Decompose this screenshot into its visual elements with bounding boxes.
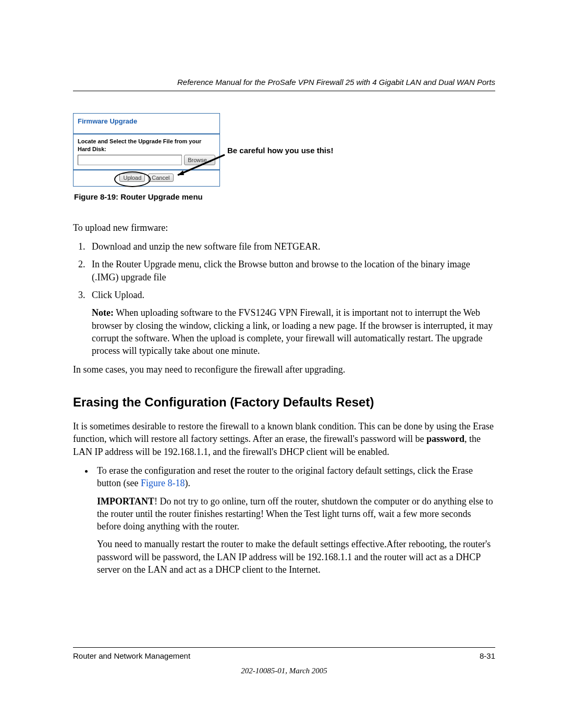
callout-text: Be careful how you use this! bbox=[227, 145, 333, 156]
after-steps-text: In some cases, you may need to reconfigu… bbox=[73, 363, 495, 376]
bullet-restart-para: You need to manually restart the router … bbox=[97, 538, 495, 576]
footer-right: 8-31 bbox=[480, 651, 495, 661]
cancel-button[interactable]: Cancel bbox=[148, 174, 173, 182]
bullet-1: To erase the configuration and reset the… bbox=[94, 464, 495, 576]
steps-list: Download and unzip the new software file… bbox=[73, 240, 495, 357]
step-3: Click Upload. Note: When uploading softw… bbox=[88, 289, 495, 357]
step-1-text: Download and unzip the new software file… bbox=[92, 241, 320, 252]
bullet-list: To erase the configuration and reset the… bbox=[73, 464, 495, 576]
section-intro: It is sometimes desirable to restore the… bbox=[73, 420, 495, 458]
bullet-important: IMPORTANT! Do not try to go online, turn… bbox=[97, 495, 495, 533]
footer-sub: 202-10085-01, March 2005 bbox=[73, 665, 495, 676]
important-label: IMPORTANT bbox=[97, 496, 154, 507]
figure-caption: Figure 8-19: Router Upgrade menu bbox=[74, 192, 495, 202]
step-3-text: Click Upload. bbox=[92, 290, 144, 300]
firmware-upgrade-screenshot: Firmware Upgrade Locate and Select the U… bbox=[73, 113, 220, 187]
bullet-1-end: ). bbox=[185, 478, 190, 488]
file-path-input[interactable] bbox=[78, 155, 182, 165]
section-heading: Erasing the Configuration (Factory Defau… bbox=[73, 394, 495, 411]
important-body: ! Do not try to go online, turn off the … bbox=[97, 496, 493, 532]
intro-text: To upload new firmware: bbox=[73, 221, 495, 234]
upload-button[interactable]: Upload bbox=[119, 174, 145, 182]
section-intro-bold: password bbox=[426, 434, 464, 444]
page-footer: Router and Network Management 8-31 202-1… bbox=[73, 647, 495, 676]
step-3-note: Note: When uploading software to the FVS… bbox=[92, 306, 495, 357]
figure-row: Firmware Upgrade Locate and Select the U… bbox=[73, 113, 495, 187]
figure-8-18-link[interactable]: Figure 8-18 bbox=[141, 478, 185, 488]
step-2-text: In the Router Upgrade menu, click the Br… bbox=[92, 259, 470, 282]
browse-button[interactable]: Browse... bbox=[184, 155, 215, 165]
running-header: Reference Manual for the ProSafe VPN Fir… bbox=[73, 77, 495, 91]
note-body: When uploading software to the FVS124G V… bbox=[92, 307, 493, 356]
locate-file-label: Locate and Select the Upgrade File from … bbox=[78, 138, 215, 153]
footer-left: Router and Network Management bbox=[73, 651, 190, 661]
step-1: Download and unzip the new software file… bbox=[88, 240, 495, 253]
step-2: In the Router Upgrade menu, click the Br… bbox=[88, 258, 495, 283]
note-label: Note: bbox=[92, 307, 114, 318]
panel-title: Firmware Upgrade bbox=[74, 114, 219, 134]
